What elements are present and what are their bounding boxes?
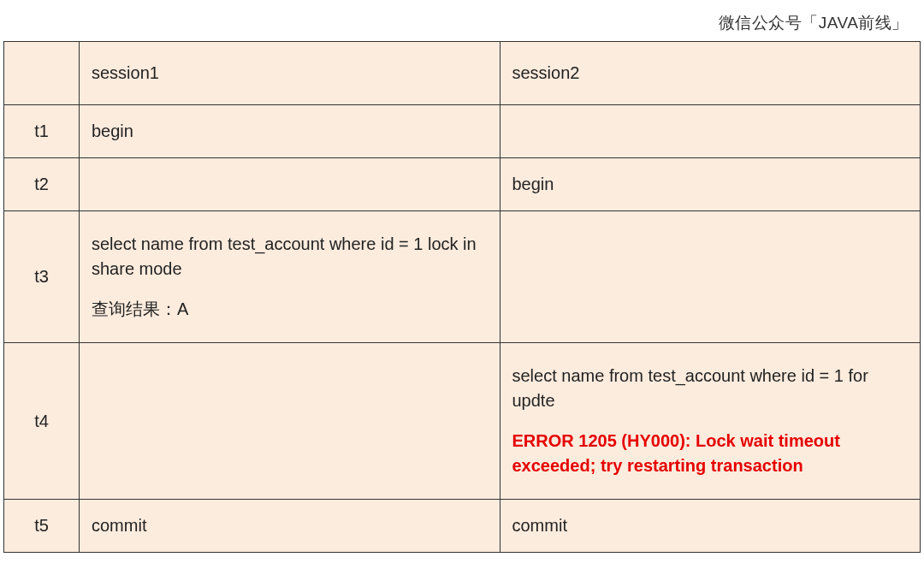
table-row: t2 begin: [4, 158, 921, 211]
session2-cell: begin: [500, 158, 921, 211]
session2-cell: select name from test_account where id =…: [500, 343, 921, 500]
session2-cell: [500, 211, 921, 343]
sql-text: select name from test_account where id =…: [92, 234, 481, 278]
session1-cell: begin: [80, 105, 500, 158]
session1-cell: commit: [80, 500, 500, 553]
time-cell: t3: [4, 211, 80, 343]
session1-cell: select name from test_account where id =…: [80, 211, 500, 343]
sql-text: select name from test_account where id =…: [512, 366, 874, 410]
query-result: 查询结果：A: [92, 297, 488, 322]
session2-cell: commit: [500, 500, 921, 553]
session-table-container: session1 session2 t1 begin t2 begin t3 s…: [3, 41, 921, 553]
time-cell: t2: [4, 158, 80, 211]
session-table: session1 session2 t1 begin t2 begin t3 s…: [3, 41, 921, 553]
session1-cell: [80, 343, 500, 500]
table-row: t3 select name from test_account where i…: [4, 211, 921, 343]
table-row: t5 commit commit: [4, 500, 921, 553]
error-message: ERROR 1205 (HY000): Lock wait timeout ex…: [512, 429, 909, 478]
table-row: t1 begin: [4, 105, 921, 158]
time-cell: t4: [4, 343, 80, 500]
header-session1: session1: [80, 42, 500, 105]
header-session2: session2: [500, 42, 921, 105]
time-cell: t1: [4, 105, 80, 158]
session2-cell: [500, 105, 921, 158]
header-time: [4, 42, 80, 105]
session1-cell: [80, 158, 500, 211]
time-cell: t5: [4, 500, 80, 553]
table-row: t4 select name from test_account where i…: [4, 343, 921, 500]
attribution-text: 微信公众号「JAVA前线」: [719, 12, 909, 34]
table-header-row: session1 session2: [4, 42, 921, 105]
